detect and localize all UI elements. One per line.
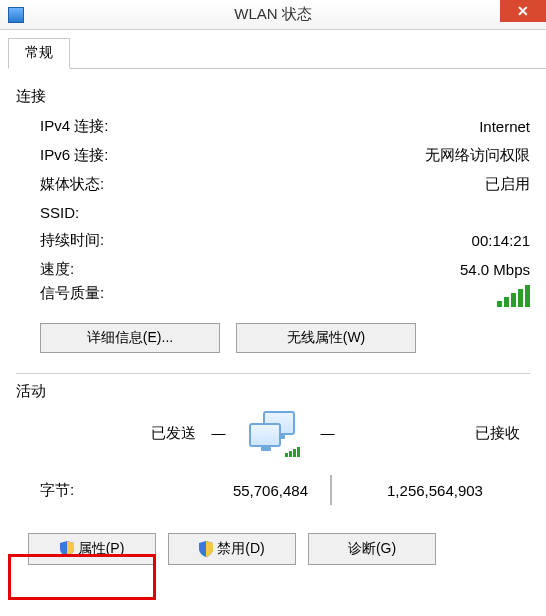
activity-header-row: 已发送 — — 已接收 — [16, 409, 530, 457]
close-icon: ✕ — [517, 3, 529, 19]
tab-general-label: 常规 — [25, 44, 53, 60]
ssid-label: SSID: — [40, 204, 79, 221]
ipv4-label: IPv4 连接: — [40, 117, 108, 136]
close-button[interactable]: ✕ — [500, 0, 546, 22]
bytes-recv-value: 1,256,564,903 — [350, 482, 520, 499]
duration-value: 00:14:21 — [472, 232, 530, 249]
recv-label: 已接收 — [350, 424, 520, 443]
bytes-sent-value: 55,706,484 — [100, 482, 330, 499]
media-value: 已启用 — [485, 175, 530, 194]
bytes-row: 字节: 55,706,484 1,256,564,903 — [16, 457, 530, 505]
properties-button[interactable]: 属性(P) — [28, 533, 156, 565]
ipv6-value: 无网络访问权限 — [425, 146, 530, 165]
shield-icon — [60, 541, 74, 557]
activity-dash-right: — — [318, 425, 338, 441]
sent-label: 已发送 — [26, 424, 196, 443]
signal-bars-icon — [497, 285, 530, 307]
window-title: WLAN 状态 — [0, 5, 546, 24]
diagnose-button-label: 诊断(G) — [348, 540, 396, 558]
media-label: 媒体状态: — [40, 175, 104, 194]
row-signal: 信号质量: — [16, 284, 530, 313]
content-area: 连接 IPv4 连接: Internet IPv6 连接: 无网络访问权限 媒体… — [0, 69, 546, 565]
tab-general[interactable]: 常规 — [8, 38, 70, 69]
activity-section-label: 活动 — [16, 382, 530, 401]
bytes-separator — [330, 475, 332, 505]
speed-label: 速度: — [40, 260, 74, 279]
row-speed: 速度: 54.0 Mbps — [16, 255, 530, 284]
diagnose-button[interactable]: 诊断(G) — [308, 533, 436, 565]
disable-button[interactable]: 禁用(D) — [168, 533, 296, 565]
mid-button-row: 详细信息(E)... 无线属性(W) — [16, 313, 530, 365]
duration-label: 持续时间: — [40, 231, 104, 250]
network-computers-icon — [241, 409, 305, 457]
bytes-label: 字节: — [40, 481, 100, 500]
row-ipv6: IPv6 连接: 无网络访问权限 — [16, 141, 530, 170]
row-ipv4: IPv4 连接: Internet — [16, 112, 530, 141]
ipv6-label: IPv6 连接: — [40, 146, 108, 165]
wireless-properties-button[interactable]: 无线属性(W) — [236, 323, 416, 353]
properties-button-label: 属性(P) — [78, 540, 125, 558]
app-icon — [8, 7, 24, 23]
divider — [16, 373, 530, 374]
signal-label: 信号质量: — [40, 284, 104, 303]
row-duration: 持续时间: 00:14:21 — [16, 226, 530, 255]
wireless-properties-button-label: 无线属性(W) — [287, 329, 366, 347]
tab-strip: 常规 — [8, 38, 546, 69]
ipv4-value: Internet — [479, 118, 530, 135]
titlebar: WLAN 状态 ✕ — [0, 0, 546, 30]
shield-icon — [199, 541, 213, 557]
speed-value: 54.0 Mbps — [460, 261, 530, 278]
bottom-button-row: 属性(P) 禁用(D) 诊断(G) — [28, 533, 530, 565]
details-button[interactable]: 详细信息(E)... — [40, 323, 220, 353]
disable-button-label: 禁用(D) — [217, 540, 264, 558]
row-media: 媒体状态: 已启用 — [16, 170, 530, 199]
activity-dash-left: — — [209, 425, 229, 441]
mini-signal-icon — [285, 447, 300, 457]
details-button-label: 详细信息(E)... — [87, 329, 173, 347]
connection-section-label: 连接 — [16, 87, 530, 106]
row-ssid: SSID: — [16, 199, 530, 226]
